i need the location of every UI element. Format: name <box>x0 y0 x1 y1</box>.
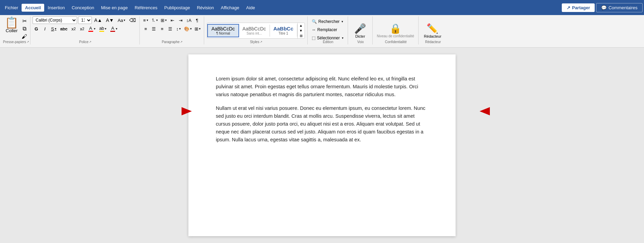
document-area: Lorem ipsum dolor sit amet, consectetur … <box>0 48 644 243</box>
document-page: Lorem ipsum dolor sit amet, consectetur … <box>188 54 456 236</box>
font-group-label: Police <box>79 40 88 44</box>
clipboard-label: Presse-papiers <box>3 40 26 44</box>
voice-group: 🎤 Dicter Voix <box>349 16 373 44</box>
menu-references[interactable]: Références <box>131 4 161 12</box>
styles-scroll-down[interactable]: ▼ <box>298 28 305 33</box>
paragraph-1: Lorem ipsum dolor sit amet, consectetur … <box>216 75 428 99</box>
superscript-button[interactable]: x2 <box>78 25 86 33</box>
redacteur-group-label: Rédacteur <box>425 40 441 44</box>
align-right-button[interactable]: ≡ <box>158 25 166 33</box>
style-titre1[interactable]: AaBbCc Titre 1 <box>270 24 297 37</box>
line-spacing-button[interactable]: ↕▾ <box>175 25 182 33</box>
copy-button[interactable]: ⧉ <box>21 25 28 33</box>
confidentiality-button[interactable]: 🔒 Niveau de confidentialité <box>375 22 416 39</box>
redacteur-group: ✏️ Rédacteur Rédacteur <box>419 16 447 44</box>
align-center-button[interactable]: ☰ <box>150 25 158 33</box>
menu-aide[interactable]: Aide <box>243 4 258 12</box>
change-case-button[interactable]: Aa▾ <box>116 16 127 24</box>
styles-expand[interactable]: ⊞ <box>298 33 305 38</box>
decrease-indent-button[interactable]: ⇤ <box>169 16 176 24</box>
confidentiality-group-label: Confidentialité <box>385 40 407 44</box>
increase-font-button[interactable]: A▲ <box>93 16 103 24</box>
style-sans[interactable]: AaBbCcDc Sans int... <box>239 25 270 37</box>
paragraph-group: ≡▾ ⒈▾ ⊞▾ ⇤ ⇥ ↕A ¶ ≡ ☰ ≡ ☰ ↕▾ 🎨▾ <box>140 16 204 44</box>
clear-format-button[interactable]: ⌫ <box>128 16 137 24</box>
underline-button[interactable]: S▾ <box>50 25 58 33</box>
edition-group-label: Édition <box>323 40 333 44</box>
paste-button[interactable]: 📋 Coller <box>3 16 20 34</box>
styles-group: AaBbCcDc ¶ Normal AaBbCcDc Sans int... A… <box>205 16 308 44</box>
lock-icon: 🔒 <box>389 23 401 34</box>
font-color-button[interactable]: A ▾ <box>87 25 97 33</box>
bold-button[interactable]: G <box>33 25 40 33</box>
dictate-button[interactable]: 🎤 Dicter <box>351 22 369 40</box>
paragraph-2-container: Nullam ut erat vel nisi varius posuere. … <box>216 104 428 144</box>
menu-bar: Fichier Accueil Insertion Conception Mis… <box>0 0 644 15</box>
search-button[interactable]: 🔍 Rechercher ▾ <box>310 18 345 25</box>
menu-publipostage[interactable]: Publipostage <box>161 4 193 12</box>
decrease-font-button[interactable]: A▼ <box>104 16 115 24</box>
share-icon: ↗ <box>567 5 570 10</box>
paste-icon: 📋 <box>5 17 18 28</box>
edition-group: 🔍 Rechercher ▾ ↔ Remplacer ⬚ Sélectionne… <box>308 16 348 44</box>
styles-scroll-up[interactable]: ▲ <box>298 23 305 28</box>
styles-group-label: Styles <box>250 40 259 44</box>
justify-button[interactable]: ☰ <box>166 25 174 33</box>
share-button[interactable]: ↗ Partager <box>562 3 595 12</box>
cut-button[interactable]: ✂ <box>21 17 28 25</box>
clipboard-expander[interactable]: ↗ <box>27 40 29 43</box>
multilevel-button[interactable]: ⊞▾ <box>160 16 168 24</box>
menu-insertion[interactable]: Insertion <box>44 4 68 12</box>
search-icon: 🔍 <box>312 19 317 24</box>
comments-button[interactable]: 💬 Commentaires <box>596 3 643 12</box>
menu-mise-en-page[interactable]: Mise en page <box>98 4 131 12</box>
menu-fichier[interactable]: Fichier <box>1 4 22 12</box>
redacteur-button[interactable]: ✏️ Rédacteur <box>421 22 444 40</box>
confidentiality-group: 🔒 Niveau de confidentialité Confidential… <box>373 16 419 44</box>
numbering-button[interactable]: ⒈▾ <box>150 16 159 24</box>
font-size-select[interactable]: 11 <box>78 16 92 24</box>
replace-button[interactable]: ↔ Remplacer <box>310 26 339 34</box>
shading-button[interactable]: 🎨▾ <box>183 25 193 33</box>
text-color-button[interactable]: A ▾ <box>109 25 119 33</box>
increase-indent-button[interactable]: ⇥ <box>177 16 184 24</box>
microphone-icon: 🎤 <box>354 23 366 34</box>
styles-scroll: ▲ ▼ ⊞ <box>297 23 305 38</box>
show-marks-button[interactable]: ¶ <box>193 16 201 24</box>
highlight-button[interactable]: ab ▾ <box>98 25 108 33</box>
menu-accueil[interactable]: Accueil <box>22 4 44 12</box>
font-family-select[interactable]: Calibri (Corps) <box>33 16 77 24</box>
font-group: Calibri (Corps) 11 A▲ A▼ Aa▾ ⌫ G I <box>31 16 140 44</box>
arrow-right-indicator <box>438 107 490 115</box>
voice-group-label: Voix <box>357 40 364 44</box>
sort-button[interactable]: ↕A <box>185 16 193 24</box>
styles-expander[interactable]: ↗ <box>260 40 262 43</box>
menu-affichage[interactable]: Affichage <box>218 4 243 12</box>
paragraph-2: Nullam ut erat vel nisi varius posuere. … <box>216 104 428 144</box>
paragraph-expander[interactable]: ↗ <box>180 40 183 43</box>
style-normal[interactable]: AaBbCcDc ¶ Normal <box>207 24 239 37</box>
replace-icon: ↔ <box>312 27 316 32</box>
menu-revision[interactable]: Révision <box>194 4 218 12</box>
styles-box: AaBbCcDc ¶ Normal AaBbCcDc Sans int... A… <box>207 23 305 39</box>
comment-icon: 💬 <box>601 5 607 10</box>
strikethrough-button[interactable]: abc <box>59 25 69 33</box>
subscript-button[interactable]: x2 <box>70 25 77 33</box>
redacteur-icon: ✏️ <box>426 23 438 34</box>
menu-conception[interactable]: Conception <box>68 4 98 12</box>
bullets-button[interactable]: ≡▾ <box>142 16 149 24</box>
paragraph-group-label: Paragraphe <box>162 40 179 44</box>
clipboard-group: 📋 Coller ✂ ⧉ 🖌 Presse-papiers ↗ <box>2 16 30 44</box>
align-left-button[interactable]: ≡ <box>142 25 149 33</box>
ribbon: 📋 Coller ✂ ⧉ 🖌 Presse-papiers ↗ <box>0 15 644 48</box>
italic-button[interactable]: I <box>41 25 49 33</box>
borders-button[interactable]: ⊞▾ <box>194 25 202 33</box>
arrow-left-indicator <box>182 107 209 115</box>
font-expander[interactable]: ↗ <box>89 40 91 43</box>
paste-label: Coller <box>6 28 18 33</box>
